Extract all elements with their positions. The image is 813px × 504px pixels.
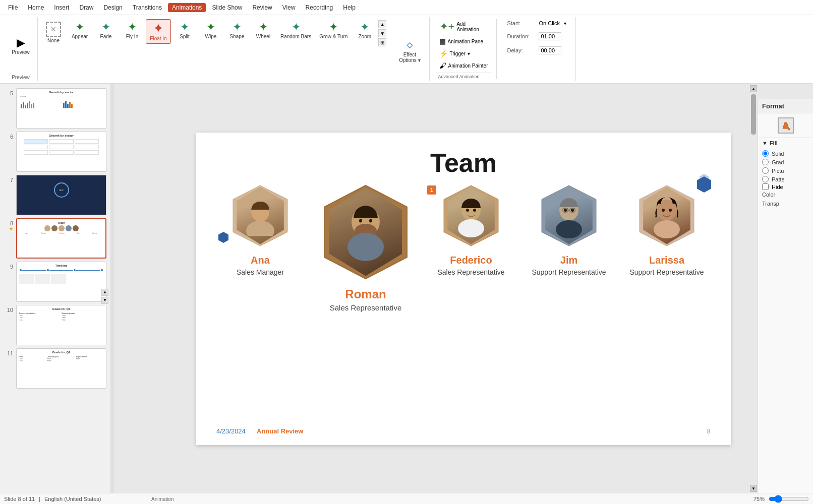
team-member-larissa[interactable]: Larissa Support Representative bbox=[624, 183, 710, 276]
slide-thumb-5[interactable]: 5 Growth by sector Year Total bbox=[4, 88, 106, 129]
fill-section-title[interactable]: ▼ Fill bbox=[762, 140, 809, 146]
slide-num-10: 10 bbox=[4, 307, 13, 313]
menu-design[interactable]: Design bbox=[99, 3, 126, 12]
ribbon-content: ▶ Preview Preview ✕ None ✦ Appear bbox=[0, 15, 813, 83]
editor-scroll-down[interactable]: ▼ bbox=[750, 485, 757, 492]
fill-solid-radio[interactable] bbox=[762, 150, 769, 157]
format-fill-section: ▼ Fill Solid Grad Pictu Patte Hide bbox=[758, 138, 813, 210]
slide-thumb-7[interactable]: 7 text bbox=[4, 175, 106, 215]
format-fill-button[interactable] bbox=[778, 117, 794, 134]
fill-hide-option[interactable]: Hide bbox=[762, 183, 809, 190]
team-member-ana[interactable]: Ana Sales Manager bbox=[217, 183, 303, 276]
animation-painter-button[interactable]: 🖌 Animation Painter bbox=[436, 60, 491, 71]
start-row: Start: On Click ▾ bbox=[502, 18, 571, 28]
slide-img-8[interactable]: Team Ana Roman Federico Jim Larissa bbox=[16, 218, 106, 259]
zoom-label: Zoom bbox=[359, 34, 372, 39]
transparency-row[interactable]: Transp bbox=[762, 199, 809, 208]
animation-flyin[interactable]: ✦ Fly In bbox=[120, 19, 145, 42]
animation-wheel[interactable]: ✦ Wheel bbox=[251, 19, 276, 42]
animation-floatin[interactable]: ✦ Float In bbox=[146, 19, 171, 44]
ana-photo-frame bbox=[230, 183, 291, 248]
animation-none[interactable]: ✕ None bbox=[41, 19, 66, 46]
floatin-icon: ✦ bbox=[153, 22, 164, 35]
slide-thumb-8[interactable]: 8★ Team Ana Roman Federico bbox=[4, 218, 106, 259]
scroll-down-button[interactable]: ▼ bbox=[378, 29, 386, 37]
roman-role: Sales Representative bbox=[330, 303, 402, 312]
add-animation-icon: ✦+ bbox=[439, 20, 455, 33]
scroll-up-button[interactable]: ▲ bbox=[378, 20, 386, 28]
slide-img-9[interactable]: Timeline bbox=[16, 262, 106, 302]
menu-home[interactable]: Home bbox=[24, 3, 48, 12]
slide-img-10[interactable]: Goals for Q1 Business opportunities • it… bbox=[16, 305, 106, 345]
duration-input[interactable] bbox=[539, 32, 561, 40]
trigger-button[interactable]: ⚡ Trigger ▾ bbox=[436, 48, 473, 58]
menu-recording[interactable]: Recording bbox=[302, 3, 337, 12]
fill-picture-option[interactable]: Pictu bbox=[762, 166, 809, 175]
menu-animations[interactable]: Animations bbox=[168, 3, 206, 12]
animation-pane-button[interactable]: ▤ Animation Pane bbox=[436, 36, 487, 46]
ribbon-group-animation: ✕ None ✦ Appear ✦ Fade ✦ Fly In bbox=[39, 17, 389, 81]
team-member-jim[interactable]: Jim Support Representative bbox=[526, 183, 612, 276]
team-member-federico[interactable]: Federico Sales Representative bbox=[428, 183, 514, 276]
fade-icon: ✦ bbox=[101, 22, 110, 33]
slide-thumb-9[interactable]: 9 Timeline bbox=[4, 262, 106, 302]
fill-gradient-radio[interactable] bbox=[762, 159, 769, 165]
team-member-roman[interactable]: Roman Sales Representative bbox=[315, 183, 416, 312]
slide-img-6[interactable]: Growth by sector bbox=[16, 132, 106, 172]
animation-fade[interactable]: ✦ Fade bbox=[93, 19, 119, 42]
slide-num-9: 9 bbox=[4, 264, 13, 270]
editor-scroll-up[interactable]: ▲ bbox=[750, 85, 757, 92]
slide-thumb-11[interactable]: 11 Goals for Q2 Goals • item• item Joine… bbox=[4, 348, 106, 389]
delay-input[interactable] bbox=[539, 46, 561, 54]
animation-randombars[interactable]: ✦ Random Bars bbox=[277, 19, 315, 42]
ribbon-group-preview: ▶ Preview Preview bbox=[4, 17, 38, 81]
fill-pattern-radio[interactable] bbox=[762, 176, 769, 182]
start-label: Start: bbox=[507, 20, 535, 26]
fill-picture-radio[interactable] bbox=[762, 167, 769, 174]
animation-split[interactable]: ✦ Split bbox=[172, 19, 197, 42]
menu-file[interactable]: File bbox=[4, 3, 22, 12]
start-dropdown-icon[interactable]: ▾ bbox=[564, 21, 566, 26]
menu-review[interactable]: Review bbox=[248, 3, 276, 12]
menu-transitions[interactable]: Transitions bbox=[129, 3, 166, 12]
slide-thumb-10[interactable]: 10 Goals for Q1 Business opportunities •… bbox=[4, 305, 106, 345]
ana-hex-decoration bbox=[217, 231, 229, 246]
slide-scroll-down[interactable]: ▼ bbox=[101, 297, 108, 304]
language-indicator: English (United States) bbox=[44, 496, 101, 502]
menu-insert[interactable]: Insert bbox=[50, 3, 73, 12]
slide-editor: Team 1 bbox=[114, 84, 813, 493]
slide-scroll-up[interactable]: ▲ bbox=[101, 289, 108, 296]
animation-wipe[interactable]: ✦ Wipe bbox=[198, 19, 223, 42]
slide-img-7[interactable]: text bbox=[16, 175, 106, 215]
animation-painter-label: Animation Painter bbox=[448, 63, 488, 69]
scrollbar-thumb[interactable] bbox=[751, 94, 756, 135]
scroll-more-button[interactable]: ⊞ bbox=[378, 38, 386, 46]
animation-shape[interactable]: ✦ Shape bbox=[224, 19, 250, 42]
preview-button[interactable]: ▶ Preview bbox=[8, 35, 33, 57]
color-row[interactable]: Color bbox=[762, 190, 809, 199]
zoom-control[interactable]: 75% bbox=[753, 496, 765, 502]
slide-img-11[interactable]: Goals for Q2 Goals • item• item Joined p… bbox=[16, 348, 106, 389]
menu-help[interactable]: Help bbox=[339, 3, 360, 12]
animation-growturn[interactable]: ✦ Grow & Turn bbox=[316, 19, 351, 42]
slide-indicator: Slide 8 of 11 bbox=[4, 496, 35, 502]
format-fill-icon-area bbox=[758, 113, 813, 138]
menu-slideshow[interactable]: Slide Show bbox=[208, 3, 246, 12]
animation-appear[interactable]: ✦ Appear bbox=[67, 19, 92, 42]
slide-img-5[interactable]: Growth by sector Year Total bbox=[16, 88, 106, 129]
zoom-slider[interactable] bbox=[769, 495, 809, 503]
shape-label: Shape bbox=[230, 34, 245, 39]
wipe-label: Wipe bbox=[205, 34, 217, 39]
shape-icon: ✦ bbox=[233, 22, 242, 33]
animation-zoom[interactable]: ✦ Zoom bbox=[352, 19, 377, 42]
svg-point-18 bbox=[564, 209, 567, 212]
effect-options-button[interactable]: ⬦ EffectOptions ▾ bbox=[394, 33, 425, 66]
fill-gradient-option[interactable]: Grad bbox=[762, 158, 809, 166]
add-animation-button[interactable]: ✦+ Add Animation bbox=[436, 19, 482, 34]
menu-draw[interactable]: Draw bbox=[75, 3, 97, 12]
fill-solid-option[interactable]: Solid bbox=[762, 149, 809, 158]
fill-hide-checkbox[interactable] bbox=[762, 183, 769, 190]
menu-view[interactable]: View bbox=[278, 3, 300, 12]
slide-thumb-6[interactable]: 6 Growth by sector bbox=[4, 132, 106, 172]
fill-pattern-option[interactable]: Patte bbox=[762, 175, 809, 183]
